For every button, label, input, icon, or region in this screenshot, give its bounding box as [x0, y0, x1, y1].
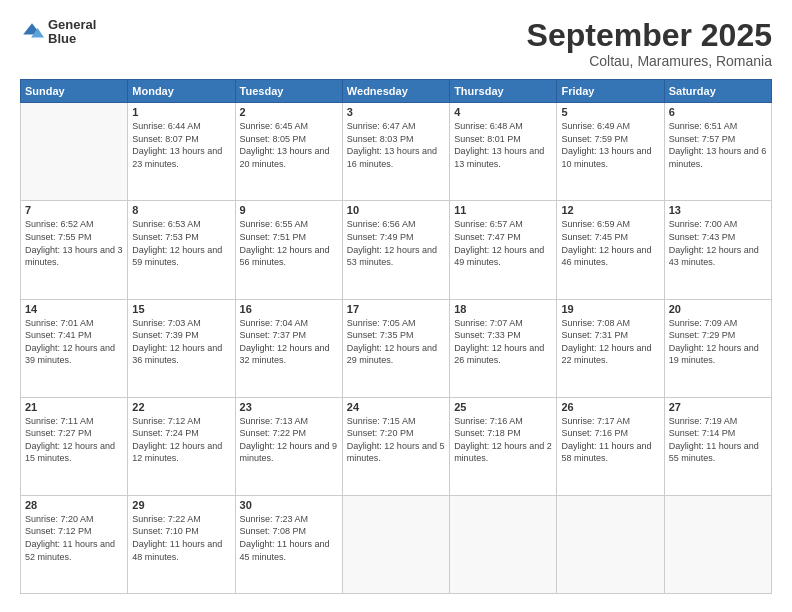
- day-number: 28: [25, 499, 123, 511]
- table-row: 17Sunrise: 7:05 AMSunset: 7:35 PMDayligh…: [342, 299, 449, 397]
- day-number: 27: [669, 401, 767, 413]
- table-row: 14Sunrise: 7:01 AMSunset: 7:41 PMDayligh…: [21, 299, 128, 397]
- logo: General Blue: [20, 18, 96, 47]
- day-number: 3: [347, 106, 445, 118]
- table-row: 15Sunrise: 7:03 AMSunset: 7:39 PMDayligh…: [128, 299, 235, 397]
- table-row: 13Sunrise: 7:00 AMSunset: 7:43 PMDayligh…: [664, 201, 771, 299]
- day-info: Sunrise: 7:20 AMSunset: 7:12 PMDaylight:…: [25, 513, 123, 563]
- table-row: 20Sunrise: 7:09 AMSunset: 7:29 PMDayligh…: [664, 299, 771, 397]
- table-row: 16Sunrise: 7:04 AMSunset: 7:37 PMDayligh…: [235, 299, 342, 397]
- table-row: 1Sunrise: 6:44 AMSunset: 8:07 PMDaylight…: [128, 103, 235, 201]
- logo-line1: General: [48, 18, 96, 32]
- day-info: Sunrise: 7:16 AMSunset: 7:18 PMDaylight:…: [454, 415, 552, 465]
- location-subtitle: Coltau, Maramures, Romania: [527, 53, 772, 69]
- day-info: Sunrise: 7:08 AMSunset: 7:31 PMDaylight:…: [561, 317, 659, 367]
- table-row: 29Sunrise: 7:22 AMSunset: 7:10 PMDayligh…: [128, 495, 235, 593]
- title-block: September 2025 Coltau, Maramures, Romani…: [527, 18, 772, 69]
- table-row: 11Sunrise: 6:57 AMSunset: 7:47 PMDayligh…: [450, 201, 557, 299]
- day-info: Sunrise: 7:15 AMSunset: 7:20 PMDaylight:…: [347, 415, 445, 465]
- day-info: Sunrise: 6:55 AMSunset: 7:51 PMDaylight:…: [240, 218, 338, 268]
- table-row: [557, 495, 664, 593]
- day-info: Sunrise: 6:48 AMSunset: 8:01 PMDaylight:…: [454, 120, 552, 170]
- header-saturday: Saturday: [664, 80, 771, 103]
- day-info: Sunrise: 7:00 AMSunset: 7:43 PMDaylight:…: [669, 218, 767, 268]
- day-number: 29: [132, 499, 230, 511]
- day-info: Sunrise: 7:23 AMSunset: 7:08 PMDaylight:…: [240, 513, 338, 563]
- table-row: 6Sunrise: 6:51 AMSunset: 7:57 PMDaylight…: [664, 103, 771, 201]
- header-tuesday: Tuesday: [235, 80, 342, 103]
- table-row: [450, 495, 557, 593]
- day-number: 17: [347, 303, 445, 315]
- day-number: 19: [561, 303, 659, 315]
- day-info: Sunrise: 7:01 AMSunset: 7:41 PMDaylight:…: [25, 317, 123, 367]
- day-number: 6: [669, 106, 767, 118]
- table-row: 22Sunrise: 7:12 AMSunset: 7:24 PMDayligh…: [128, 397, 235, 495]
- day-number: 5: [561, 106, 659, 118]
- table-row: 25Sunrise: 7:16 AMSunset: 7:18 PMDayligh…: [450, 397, 557, 495]
- month-title: September 2025: [527, 18, 772, 53]
- day-info: Sunrise: 7:22 AMSunset: 7:10 PMDaylight:…: [132, 513, 230, 563]
- header: General Blue September 2025 Coltau, Mara…: [20, 18, 772, 69]
- table-row: 21Sunrise: 7:11 AMSunset: 7:27 PMDayligh…: [21, 397, 128, 495]
- day-info: Sunrise: 7:05 AMSunset: 7:35 PMDaylight:…: [347, 317, 445, 367]
- day-info: Sunrise: 7:13 AMSunset: 7:22 PMDaylight:…: [240, 415, 338, 465]
- day-number: 23: [240, 401, 338, 413]
- day-info: Sunrise: 6:47 AMSunset: 8:03 PMDaylight:…: [347, 120, 445, 170]
- day-number: 22: [132, 401, 230, 413]
- day-info: Sunrise: 7:12 AMSunset: 7:24 PMDaylight:…: [132, 415, 230, 465]
- day-number: 21: [25, 401, 123, 413]
- table-row: 7Sunrise: 6:52 AMSunset: 7:55 PMDaylight…: [21, 201, 128, 299]
- table-row: 4Sunrise: 6:48 AMSunset: 8:01 PMDaylight…: [450, 103, 557, 201]
- day-number: 25: [454, 401, 552, 413]
- header-sunday: Sunday: [21, 80, 128, 103]
- day-info: Sunrise: 7:07 AMSunset: 7:33 PMDaylight:…: [454, 317, 552, 367]
- table-row: 23Sunrise: 7:13 AMSunset: 7:22 PMDayligh…: [235, 397, 342, 495]
- day-number: 18: [454, 303, 552, 315]
- day-number: 14: [25, 303, 123, 315]
- day-info: Sunrise: 6:51 AMSunset: 7:57 PMDaylight:…: [669, 120, 767, 170]
- day-info: Sunrise: 6:56 AMSunset: 7:49 PMDaylight:…: [347, 218, 445, 268]
- day-number: 2: [240, 106, 338, 118]
- day-info: Sunrise: 6:57 AMSunset: 7:47 PMDaylight:…: [454, 218, 552, 268]
- logo-icon: [20, 20, 44, 44]
- header-friday: Friday: [557, 80, 664, 103]
- day-number: 30: [240, 499, 338, 511]
- table-row: 5Sunrise: 6:49 AMSunset: 7:59 PMDaylight…: [557, 103, 664, 201]
- table-row: 10Sunrise: 6:56 AMSunset: 7:49 PMDayligh…: [342, 201, 449, 299]
- table-row: [21, 103, 128, 201]
- table-row: 12Sunrise: 6:59 AMSunset: 7:45 PMDayligh…: [557, 201, 664, 299]
- day-number: 13: [669, 204, 767, 216]
- day-number: 1: [132, 106, 230, 118]
- weekday-header-row: Sunday Monday Tuesday Wednesday Thursday…: [21, 80, 772, 103]
- day-number: 10: [347, 204, 445, 216]
- day-info: Sunrise: 7:03 AMSunset: 7:39 PMDaylight:…: [132, 317, 230, 367]
- table-row: [664, 495, 771, 593]
- table-row: 27Sunrise: 7:19 AMSunset: 7:14 PMDayligh…: [664, 397, 771, 495]
- day-info: Sunrise: 7:04 AMSunset: 7:37 PMDaylight:…: [240, 317, 338, 367]
- day-info: Sunrise: 7:19 AMSunset: 7:14 PMDaylight:…: [669, 415, 767, 465]
- day-number: 11: [454, 204, 552, 216]
- day-number: 9: [240, 204, 338, 216]
- table-row: 9Sunrise: 6:55 AMSunset: 7:51 PMDaylight…: [235, 201, 342, 299]
- day-info: Sunrise: 6:44 AMSunset: 8:07 PMDaylight:…: [132, 120, 230, 170]
- table-row: 24Sunrise: 7:15 AMSunset: 7:20 PMDayligh…: [342, 397, 449, 495]
- day-info: Sunrise: 6:53 AMSunset: 7:53 PMDaylight:…: [132, 218, 230, 268]
- day-info: Sunrise: 7:11 AMSunset: 7:27 PMDaylight:…: [25, 415, 123, 465]
- table-row: 3Sunrise: 6:47 AMSunset: 8:03 PMDaylight…: [342, 103, 449, 201]
- table-row: 26Sunrise: 7:17 AMSunset: 7:16 PMDayligh…: [557, 397, 664, 495]
- day-number: 16: [240, 303, 338, 315]
- day-number: 26: [561, 401, 659, 413]
- table-row: 2Sunrise: 6:45 AMSunset: 8:05 PMDaylight…: [235, 103, 342, 201]
- logo-text: General Blue: [48, 18, 96, 47]
- day-number: 24: [347, 401, 445, 413]
- day-info: Sunrise: 6:45 AMSunset: 8:05 PMDaylight:…: [240, 120, 338, 170]
- day-info: Sunrise: 7:09 AMSunset: 7:29 PMDaylight:…: [669, 317, 767, 367]
- table-row: 30Sunrise: 7:23 AMSunset: 7:08 PMDayligh…: [235, 495, 342, 593]
- table-row: 28Sunrise: 7:20 AMSunset: 7:12 PMDayligh…: [21, 495, 128, 593]
- day-info: Sunrise: 6:59 AMSunset: 7:45 PMDaylight:…: [561, 218, 659, 268]
- day-number: 12: [561, 204, 659, 216]
- table-row: 8Sunrise: 6:53 AMSunset: 7:53 PMDaylight…: [128, 201, 235, 299]
- calendar-table: Sunday Monday Tuesday Wednesday Thursday…: [20, 79, 772, 594]
- day-number: 15: [132, 303, 230, 315]
- header-thursday: Thursday: [450, 80, 557, 103]
